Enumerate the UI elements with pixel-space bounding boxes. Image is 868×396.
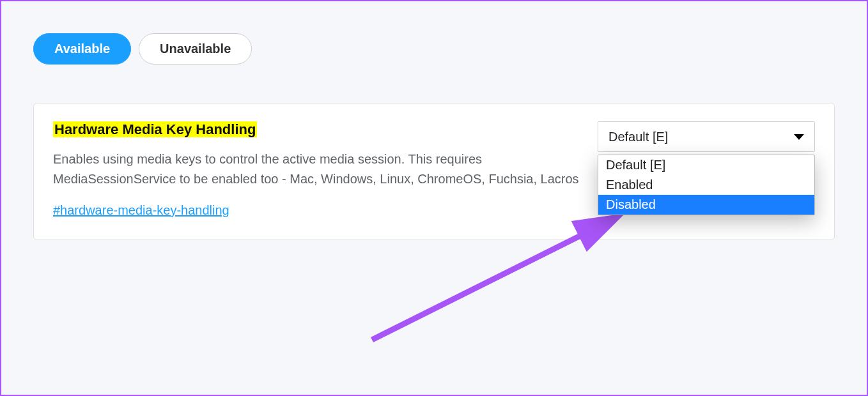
dropdown-option-disabled[interactable]: Disabled <box>598 195 814 215</box>
tab-available[interactable]: Available <box>33 33 131 65</box>
flag-anchor-link[interactable]: #hardware-media-key-handling <box>53 203 229 218</box>
flag-card: Hardware Media Key Handling Enables usin… <box>33 103 835 240</box>
dropdown-selected-value: Default [E] <box>608 130 668 144</box>
chevron-down-icon <box>794 134 804 140</box>
dropdown-option-enabled[interactable]: Enabled <box>598 175 814 195</box>
tab-unavailable[interactable]: Unavailable <box>139 33 252 65</box>
tabs-row: Available Unavailable <box>33 33 835 65</box>
dropdown-option-default[interactable]: Default [E] <box>598 155 814 175</box>
flag-title: Hardware Media Key Handling <box>53 121 257 137</box>
flag-state-dropdown[interactable]: Default [E] Default [E] Enabled Disabled <box>598 121 815 152</box>
dropdown-options-list: Default [E] Enabled Disabled <box>598 155 815 215</box>
dropdown-select[interactable]: Default [E] <box>598 121 815 152</box>
flag-description: Enables using media keys to control the … <box>53 149 585 189</box>
